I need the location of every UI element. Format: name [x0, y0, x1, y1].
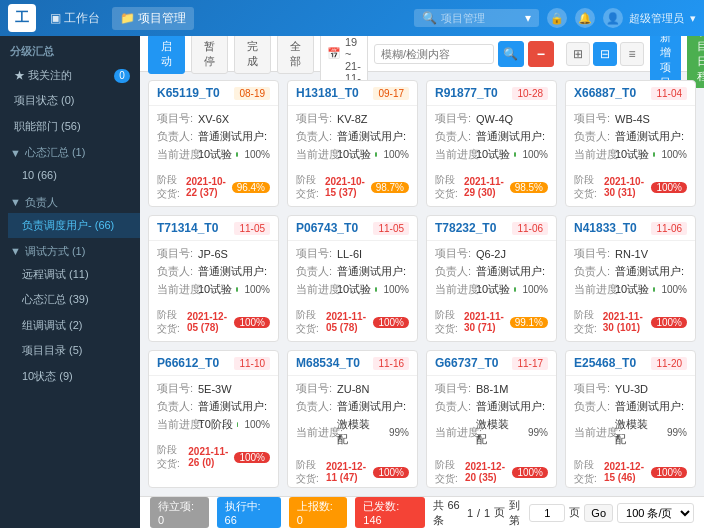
card-title: N41833_T0	[574, 221, 637, 235]
sidebar-item-group-debug[interactable]: 组调调试 (2)	[8, 313, 140, 338]
sidebar-item-project-status[interactable]: 项目状态 (0)	[0, 88, 140, 113]
card-row-project: 项目号: JP-6S	[157, 246, 270, 261]
sidebar-section-title: 分级汇总	[0, 36, 140, 63]
footer-count: 100%	[234, 317, 270, 328]
card-header: M68534_T0 11-16	[288, 351, 417, 376]
card-date: 11-20	[651, 357, 687, 370]
sidebar-item-owner-user[interactable]: 负责调度用户- (66)	[8, 213, 140, 238]
calendar-icon: 📅	[327, 47, 341, 60]
card-row-progress: 当前进度: 激模装配 99%	[435, 417, 548, 447]
sidebar-item-starred[interactable]: ★ 我关注的 0	[0, 63, 140, 88]
card-body: 项目号: RN-1V 负责人: 普通测试用户: 当前进度: 10试验 100%	[566, 241, 695, 305]
card-header: H13181_T0 09-17	[288, 81, 417, 106]
sidebar-item-10[interactable]: 10 (66)	[8, 163, 140, 188]
card-header: R91877_T0 10-28	[427, 81, 556, 106]
search-button[interactable]: 🔍	[498, 41, 524, 67]
tab-started[interactable]: 启动	[148, 36, 185, 74]
sidebar-item-project-catalog[interactable]: 项目目录 (5)	[8, 338, 140, 363]
project-card[interactable]: P66612_T0 11-10 项目号: 5E-3W 负责人: 普通测试用户: …	[148, 350, 279, 488]
total-label: 共 66 条	[433, 498, 463, 528]
project-card[interactable]: R91877_T0 10-28 项目号: QW-4Q 负责人: 普通测试用户: …	[426, 80, 557, 207]
project-card[interactable]: M68534_T0 11-16 项目号: ZU-8N 负责人: 普通测试用户: …	[287, 350, 418, 488]
card-row-progress: 当前进度: 10试验 100%	[435, 282, 548, 297]
card-footer: 阶段交货: 2021-12-15 (46) 100%	[566, 455, 695, 488]
grid-view-button[interactable]: ⊞	[566, 42, 590, 66]
card-body: 项目号: ZU-8N 负责人: 普通测试用户: 当前进度: 激模装配 99%	[288, 376, 417, 455]
sidebar-item-10-status[interactable]: 10状态 (9)	[8, 364, 140, 389]
project-card[interactable]: K65119_T0 08-19 项目号: XV-6X 负责人: 普通测试用户: …	[148, 80, 279, 207]
cards-grid: K65119_T0 08-19 项目号: XV-6X 负责人: 普通测试用户: …	[140, 72, 704, 496]
sidebar-group-mindset[interactable]: ▼ 心态汇总 (1)	[0, 139, 140, 163]
card-footer: 阶段交货: 2021-11-30 (101) 100%	[566, 305, 695, 341]
tab-paused[interactable]: 暂停	[191, 36, 228, 74]
card-row-project: 项目号: XV-6X	[157, 111, 270, 126]
card-body: 项目号: XV-6X 负责人: 普通测试用户: 当前进度: 10试验 100%	[149, 106, 278, 170]
footer-count: 100%	[651, 467, 687, 478]
card-footer: 阶段交货: 2021-11-05 (78) 100%	[288, 305, 417, 341]
footer-count: 100%	[373, 467, 409, 478]
project-card[interactable]: N41833_T0 11-06 项目号: RN-1V 负责人: 普通测试用户: …	[565, 215, 696, 342]
lock-icon[interactable]: 🔒	[547, 8, 567, 28]
footer-date: 2021-12-20 (35)	[465, 461, 508, 483]
card-header: T78232_T0 11-06	[427, 216, 556, 241]
sidebar-group-debug[interactable]: ▼ 调试方式 (1)	[0, 238, 140, 262]
page-total: 1	[484, 507, 490, 519]
sidebar-item-dept[interactable]: 职能部门 (56)	[0, 114, 140, 139]
sidebar-group-owner[interactable]: ▼ 负责人	[0, 189, 140, 213]
card-body: 项目号: LL-6I 负责人: 普通测试用户: 当前进度: 10试验 100%	[288, 241, 417, 305]
card-footer: 阶段交货: 2021-12-20 (35) 100%	[427, 455, 556, 488]
footer-count: 100%	[234, 452, 270, 463]
bell-icon[interactable]: 🔔	[575, 8, 595, 28]
card-body: 项目号: B8-1M 负责人: 普通测试用户: 当前进度: 激模装配 99%	[427, 376, 556, 455]
card-row-owner: 负责人: 普通测试用户:	[296, 399, 409, 414]
card-header: K65119_T0 08-19	[149, 81, 278, 106]
project-card[interactable]: X66887_T0 11-04 项目号: WB-4S 负责人: 普通测试用户: …	[565, 80, 696, 207]
top-search-input[interactable]	[441, 12, 521, 24]
card-row-project: 项目号: RN-1V	[574, 246, 687, 261]
search-icon: 🔍	[503, 47, 518, 61]
filter-clear-button[interactable]: −	[528, 41, 554, 67]
top-search-box[interactable]: 🔍 ▾	[414, 9, 539, 27]
progress-percent: 100%	[242, 149, 270, 160]
content-area: 启动 暂停 完成 全部 📅 21-10-19 ~ 21-11-19 🔍 − ⊞ …	[140, 36, 704, 528]
project-card[interactable]: T78232_T0 11-06 项目号: Q6-2J 负责人: 普通测试用户: …	[426, 215, 557, 342]
sidebar-item-remote[interactable]: 远程调试 (11)	[8, 262, 140, 287]
footer-count: 98.7%	[371, 182, 409, 193]
project-card[interactable]: E25468_T0 11-20 项目号: YU-3D 负责人: 普通测试用户: …	[565, 350, 696, 488]
card-date: 11-05	[373, 222, 409, 235]
progress-percent: 100%	[520, 149, 548, 160]
search-filter-input[interactable]	[374, 44, 494, 64]
progress-bar-fill	[514, 152, 516, 157]
footer-date: 2021-11-30 (101)	[603, 311, 648, 333]
card-view-button[interactable]: ⊟	[593, 42, 617, 66]
card-row-owner: 负责人: 普通测试用户:	[157, 399, 270, 414]
progress-percent: 100%	[659, 284, 687, 295]
page-size-select[interactable]: 100 条/页 50 条/页 20 条/页	[617, 503, 694, 523]
card-header: E25468_T0 11-20	[566, 351, 695, 376]
page-input[interactable]	[529, 504, 565, 522]
nav-workbench[interactable]: ▣ 工作台	[42, 7, 108, 30]
user-area: 👤 超级管理员 ▾	[603, 8, 696, 28]
nav-items: ▣ 工作台 📁 项目管理	[42, 7, 194, 30]
card-title: R91877_T0	[435, 86, 498, 100]
list-view-button[interactable]: ≡	[620, 42, 644, 66]
tab-all[interactable]: 全部	[277, 36, 314, 74]
project-card[interactable]: T71314_T0 11-05 项目号: JP-6S 负责人: 普通测试用户: …	[148, 215, 279, 342]
project-card[interactable]: H13181_T0 09-17 项目号: KV-8Z 负责人: 普通测试用户: …	[287, 80, 418, 207]
card-footer: 阶段交货: 2021-10-22 (37) 96.4%	[149, 170, 278, 206]
username-label: 超级管理员	[629, 11, 684, 26]
footer-date: 2021-12-05 (78)	[187, 311, 230, 333]
project-card[interactable]: P06743_T0 11-05 项目号: LL-6I 负责人: 普通测试用户: …	[287, 215, 418, 342]
nav-project-management[interactable]: 📁 项目管理	[112, 7, 194, 30]
chevron-down-icon: ▾	[525, 11, 531, 25]
project-card[interactable]: G66737_T0 11-17 项目号: B8-1M 负责人: 普通测试用户: …	[426, 350, 557, 488]
tab-completed[interactable]: 完成	[234, 36, 271, 74]
progress-percent: 99%	[381, 427, 409, 438]
footer-date: 2021-11-29 (30)	[464, 176, 506, 198]
footer-date: 2021-11-26 (0)	[188, 446, 230, 468]
chevron-down-icon[interactable]: ▾	[690, 12, 696, 25]
page-go-button[interactable]: Go	[584, 504, 613, 522]
sidebar-item-mindset2[interactable]: 心态汇总 (39)	[8, 287, 140, 312]
card-row-project: 项目号: LL-6I	[296, 246, 409, 261]
card-row-progress: 当前进度: 10试验 100%	[296, 282, 409, 297]
